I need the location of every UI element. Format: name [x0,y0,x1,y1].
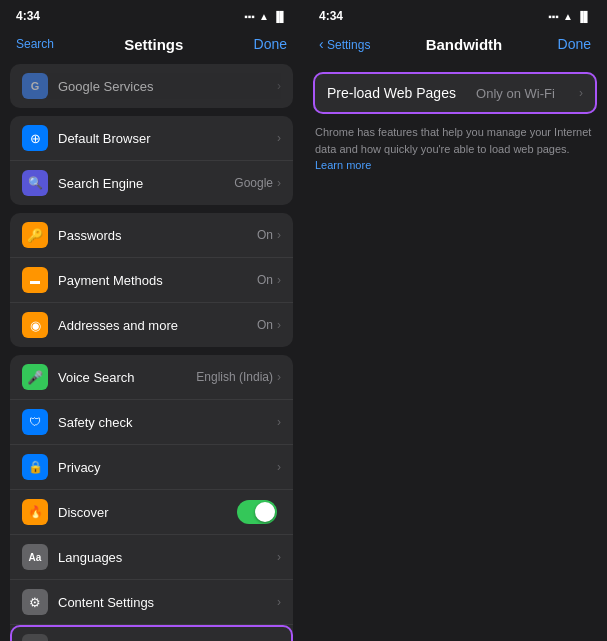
battery-icon-right: ▐▌ [577,11,591,22]
languages-icon: Aa [22,544,48,570]
time-left: 4:34 [16,9,40,23]
payment-methods-row[interactable]: ▬ Payment Methods On › [10,258,293,303]
addresses-label: Addresses and more [58,318,257,333]
wifi-icon: ▲ [259,11,269,22]
default-browser-chevron: › [277,131,281,145]
settings-list: G Google Services › ⊕ Default Browser › … [0,64,303,641]
nav-bar-left: Search Settings Done [0,28,303,64]
preload-section: Pre-load Web Pages Only on Wi-Fi › [313,72,597,114]
default-browser-row[interactable]: ⊕ Default Browser › [10,116,293,161]
search-engine-icon: 🔍 [22,170,48,196]
status-bar-right: 4:34 ▪▪▪ ▲ ▐▌ [303,0,607,28]
content-settings-row[interactable]: ⚙ Content Settings › [10,580,293,625]
default-browser-icon: ⊕ [22,125,48,151]
addresses-icon: ◉ [22,312,48,338]
privacy-chevron: › [277,460,281,474]
discover-toggle[interactable] [237,500,277,524]
payment-methods-label: Payment Methods [58,273,257,288]
passwords-chevron: › [277,228,281,242]
discover-label: Discover [58,505,237,520]
settings-title: Settings [124,36,183,53]
passwords-row[interactable]: 🔑 Passwords On › [10,213,293,258]
safety-check-label: Safety check [58,415,277,430]
voice-search-icon: 🎤 [22,364,48,390]
bandwidth-icon: ▲ [22,634,48,641]
preload-value: Only on Wi-Fi [476,86,555,101]
search-engine-row[interactable]: 🔍 Search Engine Google › [10,161,293,205]
search-engine-value: Google [234,176,273,190]
back-button-right[interactable]: ‹ Settings [319,36,370,52]
time-right: 4:34 [319,9,343,23]
voice-search-row[interactable]: 🎤 Voice Search English (India) › [10,355,293,400]
bandwidth-content: Pre-load Web Pages Only on Wi-Fi › Chrom… [303,64,607,641]
signal-icon-right: ▪▪▪ [548,11,559,22]
status-icons-left: ▪▪▪ ▲ ▐▌ [244,11,287,22]
search-back-label[interactable]: Search [16,37,54,51]
addresses-chevron: › [277,318,281,332]
signal-icon: ▪▪▪ [244,11,255,22]
toggle-knob [255,502,275,522]
wifi-icon-right: ▲ [563,11,573,22]
default-browser-label: Default Browser [58,131,277,146]
voice-search-chevron: › [277,370,281,384]
google-services-row[interactable]: G Google Services › [10,64,293,108]
learn-more-link[interactable]: Learn more [315,159,371,171]
safety-check-chevron: › [277,415,281,429]
passwords-icon: 🔑 [22,222,48,248]
google-services-label: Google Services [58,79,277,94]
content-settings-label: Content Settings [58,595,277,610]
right-panel: 4:34 ▪▪▪ ▲ ▐▌ ‹ Settings Bandwidth Done … [303,0,607,641]
languages-chevron: › [277,550,281,564]
bandwidth-description-text: Chrome has features that help you manage… [303,114,607,174]
safety-check-icon: 🛡 [22,409,48,435]
languages-label: Languages [58,550,277,565]
discover-icon: 🔥 [22,499,48,525]
privacy-row[interactable]: 🔒 Privacy › [10,445,293,490]
preload-chevron: › [579,86,583,100]
bandwidth-row[interactable]: ▲ Bandwidth › [10,625,293,641]
done-button-left[interactable]: Done [254,36,287,52]
preload-row[interactable]: Pre-load Web Pages Only on Wi-Fi › [313,72,597,114]
back-label-right: Settings [327,38,370,52]
payment-methods-chevron: › [277,273,281,287]
credentials-group: 🔑 Passwords On › ▬ Payment Methods On › … [10,213,293,347]
battery-icon: ▐▌ [273,11,287,22]
passwords-label: Passwords [58,228,257,243]
safety-check-row[interactable]: 🛡 Safety check › [10,400,293,445]
voice-search-value: English (India) [196,370,273,384]
preload-label: Pre-load Web Pages [327,85,456,101]
passwords-value: On [257,228,273,242]
done-button-right[interactable]: Done [558,36,591,52]
advanced-group: 🎤 Voice Search English (India) › 🛡 Safet… [10,355,293,641]
back-chevron: ‹ [319,36,324,52]
privacy-icon: 🔒 [22,454,48,480]
payment-methods-icon: ▬ [22,267,48,293]
discover-row[interactable]: 🔥 Discover [10,490,293,535]
addresses-value: On [257,318,273,332]
privacy-label: Privacy [58,460,277,475]
bandwidth-page-title: Bandwidth [426,36,503,53]
left-panel: 4:34 ▪▪▪ ▲ ▐▌ Search Settings Done G Goo… [0,0,303,641]
content-settings-icon: ⚙ [22,589,48,615]
browser-group: ⊕ Default Browser › 🔍 Search Engine Goog… [10,116,293,205]
google-services-chevron: › [277,79,281,93]
nav-bar-right: ‹ Settings Bandwidth Done [303,28,607,64]
status-bar-left: 4:34 ▪▪▪ ▲ ▐▌ [0,0,303,28]
google-services-group: G Google Services › [10,64,293,108]
addresses-row[interactable]: ◉ Addresses and more On › [10,303,293,347]
search-engine-label: Search Engine [58,176,234,191]
google-services-icon: G [22,73,48,99]
content-settings-chevron: › [277,595,281,609]
payment-methods-value: On [257,273,273,287]
status-icons-right: ▪▪▪ ▲ ▐▌ [548,11,591,22]
search-engine-chevron: › [277,176,281,190]
voice-search-label: Voice Search [58,370,196,385]
languages-row[interactable]: Aa Languages › [10,535,293,580]
